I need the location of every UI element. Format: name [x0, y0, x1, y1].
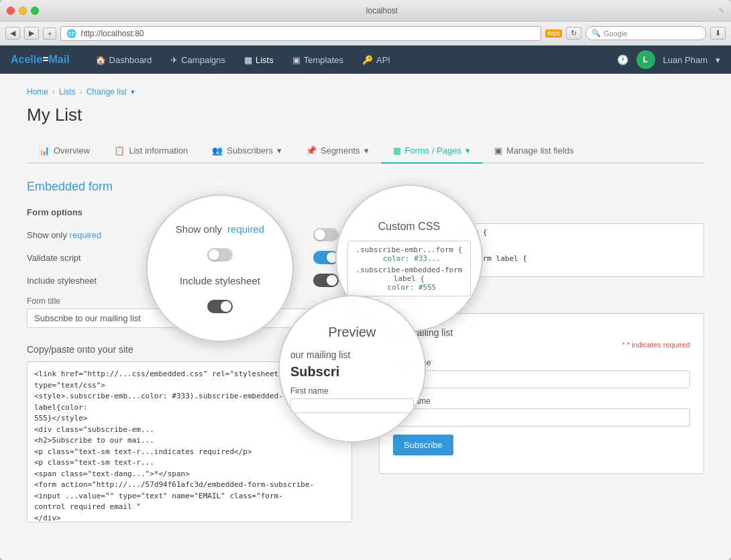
tab-segments-label: Segments	[321, 146, 360, 156]
breadcrumb: Home › Lists › Change list ▾	[27, 87, 704, 97]
breadcrumb-separator-2: ›	[80, 87, 82, 97]
mag-include-stylesheet-label: Include stylesheet	[180, 275, 260, 286]
titlebar: localhost ⤡	[0, 0, 731, 21]
nav-templates[interactable]: ▣ Templates	[283, 46, 353, 74]
avatar: L	[636, 50, 655, 69]
user-dropdown-icon[interactable]: ▾	[716, 55, 720, 65]
tabs-bar: 📊 Overview 📋 List information 👥 Subscrib…	[27, 139, 704, 164]
mag-toggle-knob-2	[221, 301, 231, 312]
breadcrumb-home[interactable]: Home	[27, 87, 48, 97]
nav-api[interactable]: 🔑 API	[353, 46, 400, 74]
preview-last-name-label: Last name	[393, 396, 690, 406]
preview-last-name-input[interactable]	[393, 408, 690, 427]
mag-css-line-4: color: #555	[357, 283, 466, 292]
tab-segments[interactable]: 📌 Segments ▾	[294, 139, 381, 164]
preview-first-name-label: First name	[393, 358, 690, 368]
tab-forms-pages-label: Forms / Pages	[405, 146, 462, 156]
magnifier-bottom: Preview our mailing list Subscri First n…	[278, 295, 426, 443]
app-navbar: Acelle=Mail 🏠 Dashboard ✈ Campaigns ▦ Li…	[0, 46, 731, 74]
segments-dropdown-icon: ▾	[364, 146, 369, 156]
breadcrumb-lists[interactable]: Lists	[59, 87, 76, 97]
forms-dropdown-icon: ▾	[465, 146, 470, 156]
mag-css-line-1: .subscribe-embr...form {	[352, 245, 466, 254]
api-icon: 🔑	[362, 55, 373, 65]
forward-button[interactable]: ▶	[24, 27, 39, 40]
breadcrumb-change-list[interactable]: Change list	[87, 87, 127, 97]
show-required-label: Show only required	[27, 230, 101, 240]
mag-input-field	[290, 398, 414, 413]
close-button[interactable]	[7, 7, 15, 15]
dashboard-icon: 🏠	[95, 55, 106, 65]
history-icon[interactable]: 🕐	[617, 54, 628, 65]
list-info-tab-icon: 📋	[114, 146, 125, 156]
preview-first-name-input[interactable]	[393, 370, 690, 388]
mag-mailing-text: our mailing list	[290, 349, 350, 360]
mag-toggle-knob-1	[209, 249, 219, 260]
user-name[interactable]: Luan Pham	[663, 55, 708, 65]
mag-required-text: required	[227, 223, 264, 235]
url-text: http://localhost:80	[80, 29, 144, 38]
nav-campaigns[interactable]: ✈ Campaigns	[161, 46, 235, 74]
mag-bottom-content: Preview our mailing list Subscri First n…	[280, 296, 425, 441]
rss-badge: RSS	[545, 30, 562, 38]
tab-manage-list-fields[interactable]: ▣ Manage list fields	[482, 139, 585, 164]
subscribers-dropdown-icon: ▾	[277, 146, 282, 156]
traffic-lights	[7, 7, 39, 15]
mag-show-required-toggle[interactable]	[207, 248, 233, 262]
search-placeholder: Google	[604, 30, 627, 38]
url-bar[interactable]: 🌐 http://localhost:80	[60, 26, 541, 41]
back-button[interactable]: ◀	[5, 27, 20, 40]
validate-script-label: Validate script	[27, 253, 81, 263]
mag-css-line-2: color: #33...	[357, 254, 466, 263]
mag-css-title: Custom CSS	[347, 221, 471, 233]
forms-tab-icon: ▦	[393, 146, 401, 156]
mag-css-line-3: .subscribe-embedded-form label {	[352, 266, 466, 283]
tab-overview[interactable]: 📊 Overview	[27, 139, 102, 164]
required-note: * * indicates required	[393, 341, 690, 349]
overview-tab-icon: 📊	[39, 146, 50, 156]
tab-overview-label: Overview	[54, 146, 90, 156]
tab-subscribers-label: Subscribers	[227, 146, 273, 156]
preview-frame: our mailing list * * indicates required …	[379, 313, 704, 474]
tab-list-information[interactable]: 📋 List information	[102, 139, 200, 164]
maximize-button[interactable]	[31, 7, 39, 15]
mag-show-only-label: Show only	[176, 223, 222, 235]
resize-icon: ⤡	[718, 6, 724, 15]
show-required-toggle[interactable]	[313, 228, 339, 241]
nav-dashboard[interactable]: 🏠 Dashboard	[86, 46, 162, 74]
include-stylesheet-toggle[interactable]	[313, 274, 339, 287]
minimize-button[interactable]	[19, 7, 27, 15]
toggle-knob	[315, 229, 325, 240]
breadcrumb-separator-1: ›	[52, 87, 55, 97]
nav-api-label: API	[376, 55, 390, 65]
nav-dashboard-label: Dashboard	[109, 55, 152, 65]
embedded-form-title: Embedded form	[27, 180, 704, 194]
subscribers-tab-icon: 👥	[212, 146, 223, 156]
preview-subscribe-button[interactable]: Subscribe	[393, 435, 453, 455]
templates-icon: ▣	[292, 55, 300, 65]
refresh-button[interactable]: ↻	[566, 27, 581, 40]
toggle-knob-stylesheet	[327, 275, 337, 286]
tab-forms-pages[interactable]: ▦ Forms / Pages ▾	[381, 139, 483, 164]
preview-mailing-text: our mailing list	[393, 327, 690, 338]
search-bar[interactable]: 🔍 Google	[585, 26, 706, 40]
download-button[interactable]: ⬇	[710, 27, 726, 40]
nav-lists-label: Lists	[256, 55, 274, 65]
tab-subscribers[interactable]: 👥 Subscribers ▾	[200, 139, 294, 164]
lists-icon: ▦	[244, 55, 252, 65]
segments-tab-icon: 📌	[306, 146, 317, 156]
nav-lists[interactable]: ▦ Lists	[235, 46, 283, 74]
page-title: My List	[27, 105, 704, 125]
nav-campaigns-label: Campaigns	[181, 55, 225, 65]
manage-fields-tab-icon: ▣	[494, 146, 502, 156]
lock-icon: 🌐	[66, 29, 76, 38]
mag-css-content: .subscribe-embr...form { color: #33... .…	[347, 241, 471, 296]
window-title: localhost	[46, 6, 718, 15]
mag-preview-title: Preview	[290, 325, 414, 340]
mag-left-content: Show only required Include stylesheet	[148, 196, 292, 341]
change-list-dropdown-icon[interactable]: ▾	[131, 87, 135, 97]
add-tab-button[interactable]: +	[43, 27, 56, 40]
nav-templates-label: Templates	[304, 55, 343, 65]
app-window: localhost ⤡ ◀ ▶ + 🌐 http://localhost:80 …	[0, 0, 731, 560]
mag-include-stylesheet-toggle[interactable]	[207, 300, 233, 313]
